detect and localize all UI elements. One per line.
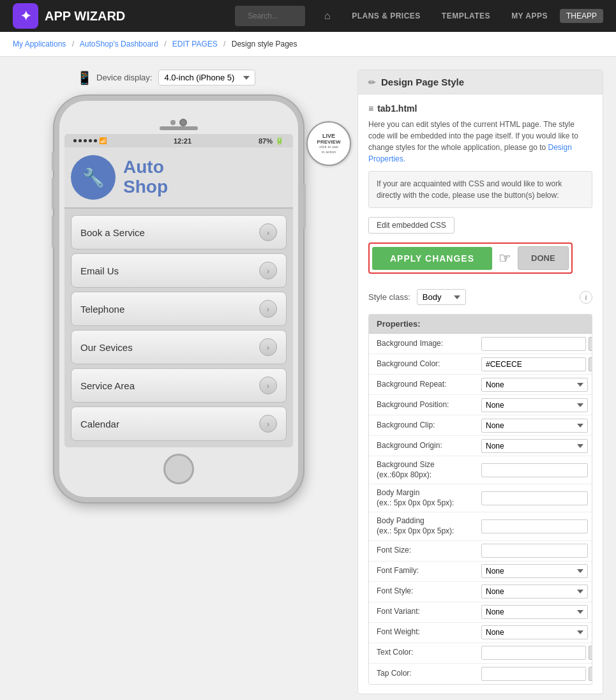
text-color-input[interactable] — [481, 646, 586, 660]
prop-row-bg-image: Background Image: ••• — [369, 334, 592, 354]
body-padding-input[interactable] — [481, 519, 588, 533]
panel-description: Here you can edit styles of the current … — [368, 119, 592, 165]
phone-side-btn-vol-up — [52, 177, 54, 209]
my-apps-link[interactable]: MY APPS — [502, 0, 557, 32]
phone-camera-area — [170, 119, 187, 126]
logo-icon: ✦ — [13, 3, 38, 29]
text-color-dots-button[interactable]: ••• — [589, 646, 592, 660]
home-nav-link[interactable]: ⌂ — [315, 0, 340, 32]
tap-color-input[interactable] — [481, 667, 586, 681]
prop-label-bg-repeat: Background Repeat: — [369, 376, 477, 394]
prop-value-body-padding — [477, 517, 592, 536]
font-variant-select[interactable]: Nonenormalsmall-caps — [481, 605, 588, 619]
plans-prices-link[interactable]: PLANS & PRICES — [343, 0, 430, 32]
info-text: If your are acquainted with CSS and woul… — [377, 178, 584, 201]
status-right: 87% 🔋 — [259, 137, 284, 145]
font-family-select[interactable]: NoneArialGeorgiaHelvetica — [481, 564, 588, 578]
font-style-select[interactable]: Nonenormalitalicoblique — [481, 585, 588, 599]
phone-sensor — [170, 120, 176, 125]
breadcrumb-current: Design style Pages — [232, 40, 297, 48]
file-name-row: ≡ tab1.html — [368, 103, 592, 114]
search-input[interactable] — [241, 8, 299, 24]
phone-speaker — [160, 126, 198, 130]
status-signal: 📶 — [73, 137, 107, 144]
info-circle-icon[interactable]: i — [580, 291, 592, 304]
bg-size-input[interactable] — [481, 463, 588, 477]
live-preview-badge[interactable]: LIVE PREVIEW click to seein action — [306, 121, 351, 166]
breadcrumb: My Applications / AutoShop's Dashboard /… — [0, 32, 616, 57]
templates-link[interactable]: TEMPLATES — [433, 0, 499, 32]
logo-text: APP WIZARD — [45, 9, 125, 24]
app-menu: Book a Service › Email Us › Telephone › — [64, 209, 293, 447]
device-display-bar: 📱 Device display: 4.0-inch (iPhone 5) 3.… — [13, 70, 345, 86]
prop-row-tap-color: Tap Color: ••• — [369, 664, 592, 684]
breadcrumb-edit-pages[interactable]: EDIT PAGES — [172, 40, 218, 48]
menu-item-label: Our Sevices — [80, 342, 133, 353]
user-menu[interactable]: THEAPP — [560, 9, 603, 23]
body-margin-input[interactable] — [481, 491, 588, 505]
prop-row-text-color: Text Color: ••• — [369, 643, 592, 664]
phone-home-button[interactable] — [163, 454, 194, 484]
apply-changes-button[interactable]: APPLY CHANGES — [372, 247, 492, 270]
device-select[interactable]: 4.0-inch (iPhone 5) 3.5-inch (iPhone 4) … — [158, 70, 255, 86]
style-class-select[interactable]: Body Header Footer Button — [417, 289, 466, 305]
battery-icon: 🔋 — [275, 137, 284, 145]
bg-image-dots-button[interactable]: ••• — [589, 337, 592, 351]
prop-label-bg-clip: Background Clip: — [369, 417, 477, 435]
nav-links: ⌂ PLANS & PRICES TEMPLATES MY APPS THEAP… — [315, 0, 603, 32]
menu-item-label: Calendar — [80, 419, 119, 429]
properties-header: Properties: — [369, 315, 592, 334]
panel-body: ≡ tab1.html Here you can edit styles of … — [358, 94, 603, 694]
menu-item-service-area[interactable]: Service Area › — [71, 368, 287, 403]
tap-color-dots-button[interactable]: ••• — [589, 667, 592, 681]
menu-item-book-service[interactable]: Book a Service › — [71, 215, 287, 249]
bg-origin-select[interactable]: Noneborder-boxpadding-boxcontent-box — [481, 439, 588, 453]
prop-label-font-variant: Font Variant: — [369, 603, 477, 621]
top-navigation: ✦ APP WIZARD ⌂ PLANS & PRICES TEMPLATES … — [0, 0, 616, 32]
phone-side-btn-vol-down — [52, 216, 54, 248]
chevron-right-icon: › — [259, 262, 277, 279]
bg-color-dots-button[interactable]: ••• — [589, 357, 592, 371]
prop-row-body-padding: Body Padding(ex.: 5px 0px 0px 5px): — [369, 512, 592, 540]
device-display-label: 📱 Device display: — [77, 70, 152, 86]
menu-item-label: Telephone — [80, 304, 124, 315]
font-weight-select[interactable]: Nonenormalboldbolder — [481, 625, 588, 639]
phone-camera-lens — [179, 119, 187, 126]
app-logo: 🔧 — [71, 155, 116, 200]
prop-value-bg-position: Nonecentertopbottom — [477, 396, 592, 415]
edit-css-button[interactable]: Edit embedded CSS — [368, 217, 454, 234]
bg-position-select[interactable]: Nonecentertopbottom — [481, 398, 588, 412]
style-class-label: Style class: — [368, 292, 410, 302]
panel-header: ✏ Design Page Style — [358, 70, 603, 94]
bg-repeat-select[interactable]: Nonerepeatno-repeat — [481, 378, 588, 392]
breadcrumb-my-applications[interactable]: My Applications — [13, 40, 66, 48]
done-button[interactable]: DONE — [518, 246, 569, 270]
bg-image-input[interactable] — [481, 337, 586, 351]
click-text: click to seein action — [319, 145, 338, 154]
battery-percent: 87% — [259, 137, 273, 145]
css-icon: ✏ — [368, 77, 376, 87]
chevron-right-icon: › — [259, 300, 277, 318]
menu-item-telephone[interactable]: Telephone › — [71, 292, 287, 326]
breadcrumb-autoshop-dashboard[interactable]: AutoShop's Dashboard — [80, 40, 158, 48]
menu-item-label: Service Area — [80, 380, 135, 391]
file-icon: ≡ — [368, 103, 373, 114]
chevron-right-icon: › — [259, 223, 277, 241]
phone-wrapper: 📶 12:21 87% 🔋 🔧 AutoShop — [13, 96, 345, 502]
style-class-row: Style class: Body Header Footer Button i — [368, 289, 592, 305]
device-label-text: Device display: — [96, 73, 152, 82]
prop-label-text-color: Text Color: — [369, 644, 477, 662]
prop-row-font-variant: Font Variant: Nonenormalsmall-caps — [369, 602, 592, 623]
chevron-right-icon: › — [259, 338, 277, 356]
prop-value-bg-origin: Noneborder-boxpadding-boxcontent-box — [477, 436, 592, 456]
prop-row-font-style: Font Style: Nonenormalitalicoblique — [369, 582, 592, 602]
bg-color-input[interactable] — [481, 357, 586, 371]
menu-item-email-us[interactable]: Email Us › — [71, 253, 287, 288]
font-size-input[interactable] — [481, 544, 588, 558]
phone-status-bar: 📶 12:21 87% 🔋 — [64, 134, 293, 147]
menu-item-our-services[interactable]: Our Sevices › — [71, 330, 287, 364]
file-name: tab1.html — [377, 103, 417, 114]
phone-side-btn-power — [303, 184, 306, 228]
bg-clip-select[interactable]: Noneborder-boxpadding-boxcontent-box — [481, 419, 588, 433]
menu-item-calendar[interactable]: Calendar › — [71, 406, 287, 441]
